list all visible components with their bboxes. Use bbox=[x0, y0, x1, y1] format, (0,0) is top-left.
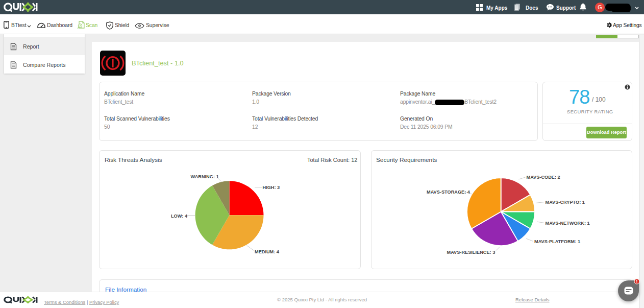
svg-text:MAVS-CRYPTO: 1: MAVS-CRYPTO: 1 bbox=[546, 200, 585, 205]
svg-text:MAVS-RESILIENCE: 3: MAVS-RESILIENCE: 3 bbox=[447, 250, 496, 255]
svg-text:MAVS-NETWORK: 1: MAVS-NETWORK: 1 bbox=[546, 221, 590, 226]
svg-text:MAVS-STORAGE: 4: MAVS-STORAGE: 4 bbox=[427, 189, 470, 195]
svg-text:LOW: 4: LOW: 4 bbox=[171, 214, 188, 219]
svg-text:WARNING: 1: WARNING: 1 bbox=[191, 174, 219, 179]
svg-text:HIGH: 3: HIGH: 3 bbox=[263, 185, 280, 190]
svg-text:MAVS-PLATFORM: 1: MAVS-PLATFORM: 1 bbox=[534, 239, 580, 244]
svg-text:MAVS-CODE: 2: MAVS-CODE: 2 bbox=[527, 175, 560, 180]
svg-text:MEDIUM: 4: MEDIUM: 4 bbox=[255, 249, 280, 254]
